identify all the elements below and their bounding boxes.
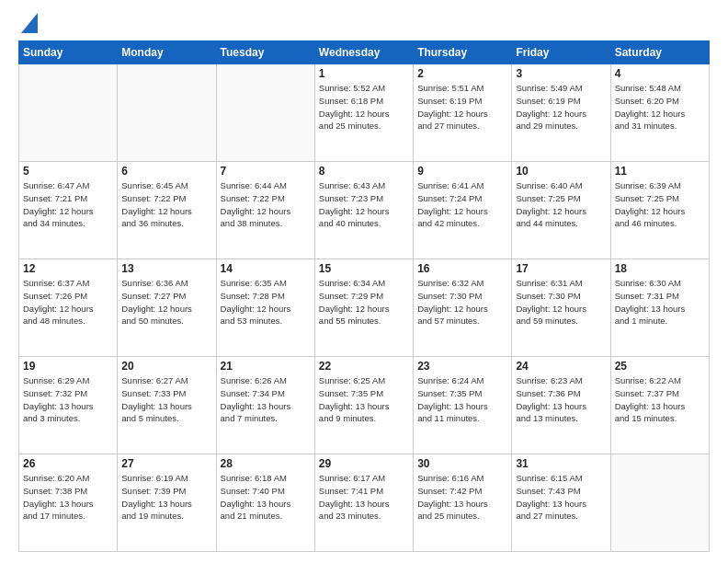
day-number: 15 bbox=[319, 262, 409, 275]
calendar-table: SundayMondayTuesdayWednesdayThursdayFrid… bbox=[18, 40, 710, 552]
day-number: 9 bbox=[417, 165, 507, 178]
day-info: Sunrise: 6:37 AM Sunset: 7:26 PM Dayligh… bbox=[23, 277, 113, 327]
week-row-1: 5Sunrise: 6:47 AM Sunset: 7:21 PM Daylig… bbox=[19, 162, 710, 259]
weekday-header-sunday: Sunday bbox=[19, 41, 118, 64]
calendar-cell: 24Sunrise: 6:23 AM Sunset: 7:36 PM Dayli… bbox=[512, 357, 610, 454]
weekday-header-saturday: Saturday bbox=[610, 41, 709, 64]
day-number: 2 bbox=[417, 67, 507, 80]
day-number: 14 bbox=[221, 262, 311, 275]
day-info: Sunrise: 6:23 AM Sunset: 7:36 PM Dayligh… bbox=[516, 374, 606, 425]
weekday-header-thursday: Thursday bbox=[414, 41, 512, 64]
day-info: Sunrise: 6:27 AM Sunset: 7:33 PM Dayligh… bbox=[121, 374, 211, 425]
day-number: 24 bbox=[516, 360, 606, 373]
calendar-cell: 14Sunrise: 6:35 AM Sunset: 7:28 PM Dayli… bbox=[216, 259, 314, 357]
calendar-cell: 6Sunrise: 6:45 AM Sunset: 7:22 PM Daylig… bbox=[118, 162, 216, 259]
day-number: 16 bbox=[417, 262, 507, 275]
calendar-cell: 1Sunrise: 5:52 AM Sunset: 6:18 PM Daylig… bbox=[314, 64, 413, 162]
calendar-cell bbox=[216, 64, 314, 162]
day-number: 22 bbox=[319, 360, 409, 373]
day-info: Sunrise: 6:47 AM Sunset: 7:21 PM Dayligh… bbox=[23, 179, 113, 230]
day-number: 11 bbox=[615, 165, 705, 178]
day-number: 19 bbox=[23, 360, 113, 373]
calendar-cell: 27Sunrise: 6:19 AM Sunset: 7:39 PM Dayli… bbox=[118, 454, 216, 552]
svg-marker-0 bbox=[21, 13, 38, 33]
week-row-2: 12Sunrise: 6:37 AM Sunset: 7:26 PM Dayli… bbox=[19, 259, 710, 357]
calendar-cell bbox=[118, 64, 216, 162]
day-info: Sunrise: 6:25 AM Sunset: 7:35 PM Dayligh… bbox=[319, 374, 409, 425]
calendar-cell: 26Sunrise: 6:20 AM Sunset: 7:38 PM Dayli… bbox=[19, 454, 118, 552]
header bbox=[18, 15, 710, 31]
calendar-cell: 2Sunrise: 5:51 AM Sunset: 6:19 PM Daylig… bbox=[414, 64, 512, 162]
day-number: 26 bbox=[23, 457, 113, 470]
day-info: Sunrise: 6:17 AM Sunset: 7:41 PM Dayligh… bbox=[319, 472, 409, 523]
calendar-cell: 9Sunrise: 6:41 AM Sunset: 7:24 PM Daylig… bbox=[414, 162, 512, 259]
day-info: Sunrise: 6:24 AM Sunset: 7:35 PM Dayligh… bbox=[417, 374, 507, 425]
day-info: Sunrise: 6:20 AM Sunset: 7:38 PM Dayligh… bbox=[23, 472, 113, 523]
calendar-cell bbox=[610, 454, 709, 552]
day-info: Sunrise: 6:19 AM Sunset: 7:39 PM Dayligh… bbox=[121, 472, 211, 523]
day-number: 29 bbox=[319, 457, 409, 470]
day-info: Sunrise: 6:35 AM Sunset: 7:28 PM Dayligh… bbox=[221, 277, 311, 327]
day-number: 7 bbox=[221, 165, 311, 178]
day-info: Sunrise: 6:31 AM Sunset: 7:30 PM Dayligh… bbox=[516, 277, 606, 327]
day-number: 28 bbox=[221, 457, 311, 470]
calendar-cell: 25Sunrise: 6:22 AM Sunset: 7:37 PM Dayli… bbox=[610, 357, 709, 454]
day-number: 27 bbox=[121, 457, 211, 470]
day-number: 1 bbox=[319, 67, 409, 80]
calendar-cell: 20Sunrise: 6:27 AM Sunset: 7:33 PM Dayli… bbox=[118, 357, 216, 454]
calendar-cell: 4Sunrise: 5:48 AM Sunset: 6:20 PM Daylig… bbox=[610, 64, 709, 162]
calendar-cell: 17Sunrise: 6:31 AM Sunset: 7:30 PM Dayli… bbox=[512, 259, 610, 357]
calendar-cell: 12Sunrise: 6:37 AM Sunset: 7:26 PM Dayli… bbox=[19, 259, 118, 357]
day-info: Sunrise: 6:30 AM Sunset: 7:31 PM Dayligh… bbox=[615, 277, 705, 327]
week-row-4: 26Sunrise: 6:20 AM Sunset: 7:38 PM Dayli… bbox=[19, 454, 710, 552]
day-number: 13 bbox=[121, 262, 211, 275]
day-info: Sunrise: 6:29 AM Sunset: 7:32 PM Dayligh… bbox=[23, 374, 113, 425]
weekday-header-wednesday: Wednesday bbox=[314, 41, 413, 64]
day-info: Sunrise: 6:18 AM Sunset: 7:40 PM Dayligh… bbox=[221, 472, 311, 523]
day-info: Sunrise: 6:41 AM Sunset: 7:24 PM Dayligh… bbox=[417, 179, 507, 230]
calendar-cell: 16Sunrise: 6:32 AM Sunset: 7:30 PM Dayli… bbox=[414, 259, 512, 357]
calendar-cell: 18Sunrise: 6:30 AM Sunset: 7:31 PM Dayli… bbox=[610, 259, 709, 357]
calendar-cell: 28Sunrise: 6:18 AM Sunset: 7:40 PM Dayli… bbox=[216, 454, 314, 552]
day-info: Sunrise: 6:22 AM Sunset: 7:37 PM Dayligh… bbox=[615, 374, 705, 425]
day-info: Sunrise: 6:15 AM Sunset: 7:43 PM Dayligh… bbox=[516, 472, 606, 523]
calendar-cell: 11Sunrise: 6:39 AM Sunset: 7:25 PM Dayli… bbox=[610, 162, 709, 259]
calendar-cell bbox=[19, 64, 118, 162]
day-number: 31 bbox=[516, 457, 606, 470]
day-number: 30 bbox=[417, 457, 507, 470]
weekday-header-row: SundayMondayTuesdayWednesdayThursdayFrid… bbox=[19, 41, 710, 64]
weekday-header-tuesday: Tuesday bbox=[216, 41, 314, 64]
logo bbox=[18, 15, 38, 31]
day-info: Sunrise: 6:36 AM Sunset: 7:27 PM Dayligh… bbox=[121, 277, 211, 327]
day-info: Sunrise: 6:45 AM Sunset: 7:22 PM Dayligh… bbox=[121, 179, 211, 230]
calendar-cell: 21Sunrise: 6:26 AM Sunset: 7:34 PM Dayli… bbox=[216, 357, 314, 454]
calendar-cell: 22Sunrise: 6:25 AM Sunset: 7:35 PM Dayli… bbox=[314, 357, 413, 454]
logo-triangle-icon bbox=[21, 13, 38, 33]
day-info: Sunrise: 6:32 AM Sunset: 7:30 PM Dayligh… bbox=[417, 277, 507, 327]
day-number: 21 bbox=[221, 360, 311, 373]
day-info: Sunrise: 5:48 AM Sunset: 6:20 PM Dayligh… bbox=[615, 82, 705, 132]
day-number: 12 bbox=[23, 262, 113, 275]
day-info: Sunrise: 5:51 AM Sunset: 6:19 PM Dayligh… bbox=[417, 82, 507, 132]
calendar-cell: 8Sunrise: 6:43 AM Sunset: 7:23 PM Daylig… bbox=[314, 162, 413, 259]
day-info: Sunrise: 6:16 AM Sunset: 7:42 PM Dayligh… bbox=[417, 472, 507, 523]
day-info: Sunrise: 6:40 AM Sunset: 7:25 PM Dayligh… bbox=[516, 179, 606, 230]
day-number: 17 bbox=[516, 262, 606, 275]
day-info: Sunrise: 6:39 AM Sunset: 7:25 PM Dayligh… bbox=[615, 179, 705, 230]
day-number: 5 bbox=[23, 165, 113, 178]
page: SundayMondayTuesdayWednesdayThursdayFrid… bbox=[0, 0, 728, 563]
day-number: 4 bbox=[615, 67, 705, 80]
calendar-cell: 3Sunrise: 5:49 AM Sunset: 6:19 PM Daylig… bbox=[512, 64, 610, 162]
calendar-cell: 31Sunrise: 6:15 AM Sunset: 7:43 PM Dayli… bbox=[512, 454, 610, 552]
calendar-cell: 29Sunrise: 6:17 AM Sunset: 7:41 PM Dayli… bbox=[314, 454, 413, 552]
day-info: Sunrise: 5:52 AM Sunset: 6:18 PM Dayligh… bbox=[319, 82, 409, 132]
day-number: 23 bbox=[417, 360, 507, 373]
calendar-cell: 15Sunrise: 6:34 AM Sunset: 7:29 PM Dayli… bbox=[314, 259, 413, 357]
calendar-cell: 7Sunrise: 6:44 AM Sunset: 7:22 PM Daylig… bbox=[216, 162, 314, 259]
week-row-3: 19Sunrise: 6:29 AM Sunset: 7:32 PM Dayli… bbox=[19, 357, 710, 454]
calendar-cell: 5Sunrise: 6:47 AM Sunset: 7:21 PM Daylig… bbox=[19, 162, 118, 259]
day-number: 18 bbox=[615, 262, 705, 275]
calendar-cell: 19Sunrise: 6:29 AM Sunset: 7:32 PM Dayli… bbox=[19, 357, 118, 454]
week-row-0: 1Sunrise: 5:52 AM Sunset: 6:18 PM Daylig… bbox=[19, 64, 710, 162]
day-info: Sunrise: 6:43 AM Sunset: 7:23 PM Dayligh… bbox=[319, 179, 409, 230]
